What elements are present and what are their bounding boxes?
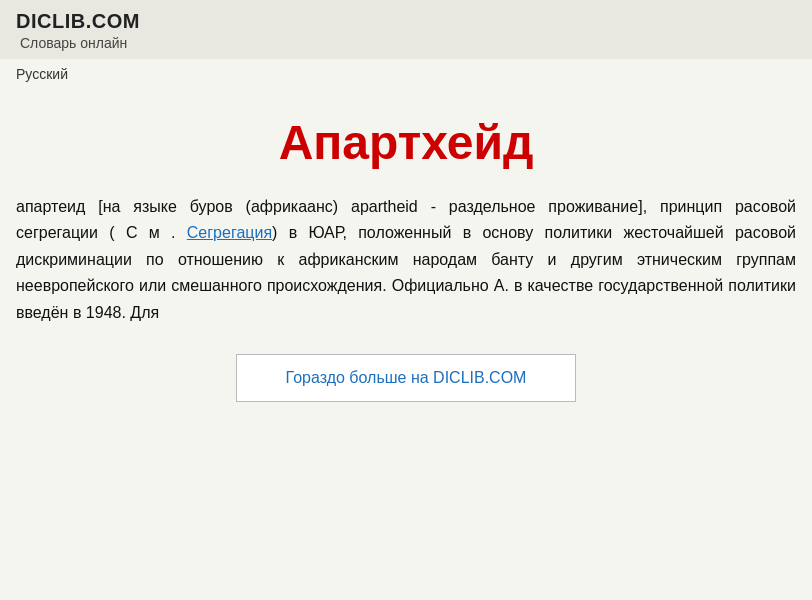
more-button-container: Гораздо больше на DICLIB.COM [16, 354, 796, 402]
more-button[interactable]: Гораздо больше на DICLIB.COM [236, 354, 576, 402]
definition-text: апартеид [на языке буров (африкаанс) apa… [16, 194, 796, 326]
site-subtitle: Словарь онлайн [16, 35, 796, 51]
segregation-link[interactable]: Сегрегация [187, 224, 272, 241]
language-bar: Русский [0, 59, 812, 89]
main-content: Апартхейд апартеид [на языке буров (афри… [0, 89, 812, 422]
word-heading: Апартхейд [16, 115, 796, 170]
site-title[interactable]: DICLIB.COM [16, 10, 796, 33]
site-header: DICLIB.COM Словарь онлайн [0, 0, 812, 59]
language-label[interactable]: Русский [16, 66, 68, 82]
